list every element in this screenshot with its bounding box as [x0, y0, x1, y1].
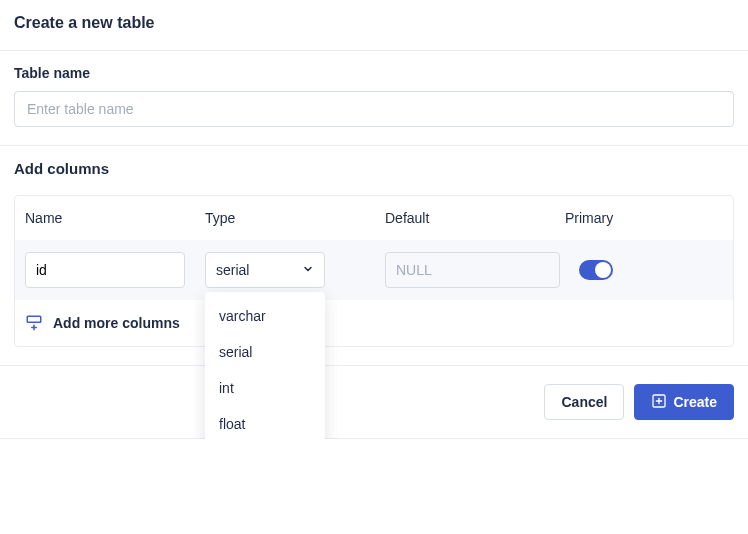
plus-square-icon — [651, 393, 667, 412]
type-option-int[interactable]: int — [205, 370, 325, 406]
type-option-float[interactable]: float — [205, 406, 325, 439]
table-name-label: Table name — [14, 65, 734, 81]
create-button-label: Create — [673, 394, 717, 410]
type-dropdown: varchar serial int float boolean — [205, 292, 325, 439]
column-default-input[interactable] — [385, 252, 560, 288]
svg-rect-0 — [27, 316, 41, 322]
column-row: serial varchar serial int float boolean — [15, 240, 733, 300]
divider — [0, 438, 748, 439]
type-option-serial[interactable]: serial — [205, 334, 325, 370]
col-header-type: Type — [205, 210, 385, 226]
column-type-select[interactable]: serial — [205, 252, 325, 288]
column-name-input[interactable] — [25, 252, 185, 288]
add-more-columns-button[interactable]: Add more columns — [15, 300, 733, 346]
col-header-default: Default — [385, 210, 565, 226]
table-name-input[interactable] — [14, 91, 734, 127]
col-header-name: Name — [25, 210, 205, 226]
add-columns-heading: Add columns — [14, 160, 734, 177]
column-type-value: serial — [216, 262, 249, 278]
primary-toggle[interactable] — [579, 260, 613, 280]
add-more-columns-label: Add more columns — [53, 315, 180, 331]
add-row-icon — [25, 314, 43, 332]
page-title: Create a new table — [14, 14, 734, 32]
cancel-button[interactable]: Cancel — [544, 384, 624, 420]
chevron-down-icon — [302, 262, 314, 278]
create-button[interactable]: Create — [634, 384, 734, 420]
type-option-varchar[interactable]: varchar — [205, 298, 325, 334]
columns-table: Name Type Default Primary serial varchar… — [14, 195, 734, 347]
cancel-button-label: Cancel — [561, 394, 607, 410]
col-header-primary: Primary — [565, 210, 723, 226]
